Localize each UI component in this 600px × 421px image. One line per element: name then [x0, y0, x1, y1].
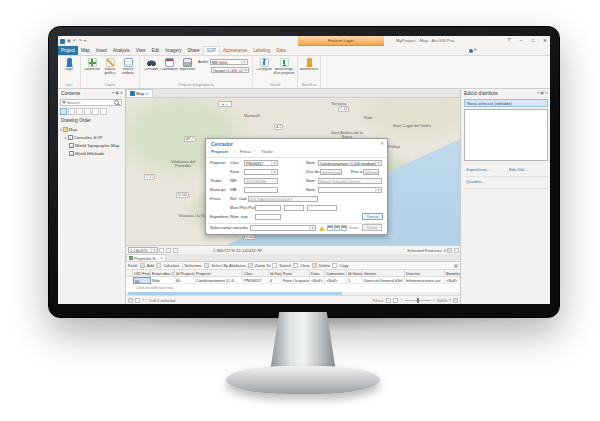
edicio-grafica-button[interactable]: Edició gràfica	[101, 57, 119, 76]
tab-appearance[interactable]: Appearance	[220, 46, 250, 55]
tree-item-layer[interactable]: ✓ World Topographic Map	[69, 143, 119, 148]
tab-labeling[interactable]: Labeling	[250, 46, 273, 55]
expanded-arrow-icon[interactable]: ▾	[60, 128, 62, 132]
switch-selection-icon[interactable]	[272, 263, 277, 268]
column-header[interactable]: Estat obra Codi	[151, 270, 175, 277]
dropdown-arrow-icon[interactable]: ▾	[261, 247, 263, 253]
sort-toggle-icon[interactable]	[393, 298, 398, 303]
cell[interactable]: Direcció General d'Inf...	[363, 277, 405, 284]
save-icon[interactable]: ▣	[67, 38, 71, 44]
cell[interactable]: PN/06057	[243, 277, 269, 284]
calendaris-button[interactable]: Calendaris	[160, 57, 178, 72]
list-by-selection-icon[interactable]	[76, 108, 83, 115]
basemap-icon[interactable]	[173, 248, 178, 253]
table-zoom-slider[interactable]	[405, 300, 431, 301]
tab-sop[interactable]: SOP	[203, 46, 221, 55]
tab-imagery[interactable]: Imagery	[162, 46, 184, 55]
tab-map[interactable]: Map	[78, 46, 93, 55]
titular-nom-input[interactable]: Miquel Salvadó Llorens	[318, 178, 382, 184]
ine-input[interactable]	[244, 187, 278, 193]
dialog-tab-titular[interactable]: Titular	[261, 149, 273, 154]
tab-insert[interactable]: Insert	[93, 46, 110, 55]
redo-icon[interactable]: ↷	[78, 38, 82, 44]
tree-item-layer[interactable]: ▸ ✓ Consultes SOP	[65, 135, 102, 140]
tab-view[interactable]: View	[133, 46, 149, 55]
copy-icon[interactable]	[332, 263, 337, 268]
column-header[interactable]: Id Gestor	[347, 270, 363, 277]
cell[interactable]: 1	[347, 277, 363, 284]
cell[interactable]: Condicionament (C-6...	[195, 277, 243, 284]
dialog-close-icon[interactable]: ✕	[380, 141, 384, 146]
coordinates-readout[interactable]: 1.986722°E 41.140432°N	[213, 248, 261, 253]
list-by-labeling-icon[interactable]	[100, 108, 107, 115]
select-by-attributes-icon[interactable]	[204, 263, 209, 268]
cell[interactable]: <Null>	[325, 277, 347, 284]
pin-icon[interactable]: ▣	[540, 91, 544, 95]
slider-thumb[interactable]	[417, 298, 419, 303]
column-header[interactable]	[126, 270, 133, 277]
new-query-icon[interactable]	[327, 225, 333, 231]
calculate-button[interactable]: Calculate	[163, 263, 180, 268]
add-field-button[interactable]: Add	[147, 263, 154, 268]
cercar-button[interactable]: Cercar	[362, 213, 383, 220]
column-header[interactable]: Data	[310, 270, 325, 277]
clear-button[interactable]: Clear	[300, 263, 310, 268]
edicio-atributs-button[interactable]: Edició atributs	[119, 57, 137, 76]
consulta-combo[interactable]: ▾	[250, 225, 316, 231]
layer-checkbox[interactable]: ✓	[68, 135, 73, 140]
zoom-in-icon[interactable]: +	[433, 297, 435, 303]
dialog-tab-finca[interactable]: Finca	[240, 149, 251, 154]
refresh-table-icon[interactable]	[453, 298, 458, 303]
tree-item-map[interactable]: ▾ Map	[60, 127, 77, 132]
help-button[interactable]: ?	[504, 36, 514, 46]
copy-button[interactable]: Copy	[339, 263, 348, 268]
pane-menu-icon[interactable]: ▾	[112, 91, 114, 95]
refcad-input[interactable]: 43123A00500045000XY	[248, 196, 318, 202]
tab-share[interactable]: Share	[185, 46, 203, 55]
pane-menu-icon[interactable]: ▾	[537, 91, 539, 95]
calculate-icon[interactable]	[156, 263, 161, 268]
cell[interactable]: <Null>	[445, 277, 460, 284]
pol-input[interactable]	[284, 205, 304, 211]
table-row[interactable]: 60 Sòls 60 Condicionament (C-6... PN/060…	[126, 277, 460, 284]
previous-record-icon[interactable]: ‹	[146, 297, 147, 303]
tab-edit[interactable]: Edit	[149, 46, 163, 55]
quadres-link[interactable]: Quadres...	[466, 179, 486, 184]
list-by-editing-icon[interactable]	[84, 108, 91, 115]
undo-icon[interactable]: ↶	[73, 38, 77, 44]
column-header[interactable]: Fase	[282, 270, 310, 277]
locate-icon[interactable]	[166, 248, 171, 253]
list-by-drawing-order-icon[interactable]	[60, 108, 67, 115]
municipi-nom-combo[interactable]: ▾	[318, 187, 382, 193]
impressio-button[interactable]: Impressió	[178, 57, 196, 72]
switch-button[interactable]: Switch	[279, 263, 291, 268]
delete-query-icon[interactable]	[341, 225, 347, 231]
delete-button[interactable]: Delete	[319, 263, 331, 268]
form-view-icon[interactable]	[135, 298, 140, 303]
carregues-button[interactable]: Càrregues	[255, 57, 273, 72]
list-by-snapping-icon[interactable]	[92, 108, 99, 115]
close-pane-icon[interactable]: ✕	[120, 91, 123, 95]
bookmark-icon[interactable]	[159, 248, 164, 253]
superficies-link[interactable]: Superfícies...	[466, 167, 490, 172]
layer-checkbox[interactable]: ✓	[69, 143, 74, 148]
zoom-to-icon[interactable]	[248, 263, 253, 268]
minimize-button[interactable]: –	[516, 36, 526, 46]
close-table-icon[interactable]: ✕	[160, 255, 163, 261]
search-icon[interactable]	[114, 100, 119, 105]
add-field-icon[interactable]	[140, 263, 145, 268]
beneficiaris-button[interactable]: Beneficiaris	[300, 57, 318, 72]
nif-input[interactable]: 40123456B	[244, 178, 278, 184]
refresh-map-icon[interactable]	[454, 248, 459, 253]
versio-combo[interactable]: Variant (C-63) Cervià de Te... ▾	[211, 67, 249, 73]
clear-selection-icon[interactable]	[293, 263, 298, 268]
add-row-hint-row[interactable]: Click to add new row.	[126, 284, 460, 291]
selection-lock-icon[interactable]	[447, 248, 452, 253]
column-header[interactable]: Director	[405, 270, 445, 277]
close-button[interactable]: ✕	[540, 36, 550, 46]
cell[interactable]: 4	[269, 277, 282, 284]
edit-val-link[interactable]: Edit./Val...	[509, 167, 528, 172]
new-selection-item[interactable]: Nova selecció (editable)	[464, 99, 548, 107]
numexp-input[interactable]	[255, 214, 281, 220]
list-by-source-icon[interactable]	[68, 108, 75, 115]
